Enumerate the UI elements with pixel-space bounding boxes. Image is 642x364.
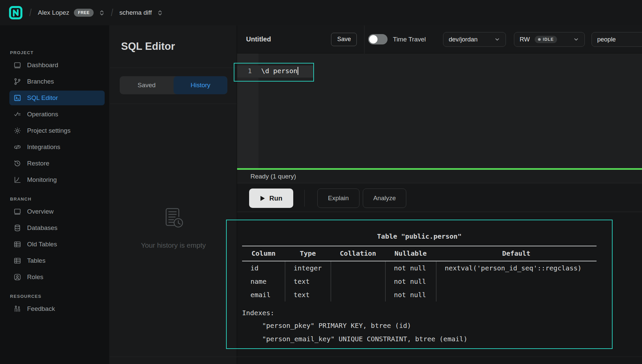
sidebar-item-label: Dashboard bbox=[27, 62, 58, 69]
overview-icon bbox=[13, 208, 21, 216]
sidebar-item-branches[interactable]: Branches bbox=[9, 74, 105, 89]
divider bbox=[364, 25, 364, 53]
database-icon bbox=[13, 224, 21, 232]
explain-button[interactable]: Explain bbox=[317, 189, 359, 208]
sidebar-item-label: SQL Editor bbox=[27, 94, 58, 102]
org-switcher-chevrons-icon[interactable] bbox=[99, 10, 105, 16]
org-breadcrumb[interactable]: Alex Lopez bbox=[38, 9, 69, 16]
sidebar-item-sql-editor[interactable]: SQL Editor bbox=[9, 91, 105, 105]
indexes-label: Indexes: bbox=[242, 307, 597, 319]
sidebar-item-label: Old Tables bbox=[27, 241, 57, 248]
code-editor[interactable]: 1 \d person bbox=[237, 53, 642, 168]
query-results-output: Table "public.person" Column Type Collat… bbox=[242, 232, 597, 346]
sidebar-item-label: Branches bbox=[27, 78, 54, 85]
sidebar-section-resources: RESOURCES bbox=[10, 294, 109, 299]
sidebar-item-roles[interactable]: Roles bbox=[9, 270, 105, 284]
index-line: "person_pkey" PRIMARY KEY, btree (id) bbox=[242, 319, 597, 332]
table-row: id integer not null nextval('person_id_s… bbox=[242, 261, 597, 275]
page-title: SQL Editor bbox=[121, 40, 175, 52]
tab-history[interactable]: History bbox=[174, 76, 227, 94]
chevron-down-icon bbox=[494, 36, 500, 42]
dashboard-icon bbox=[13, 61, 21, 69]
table-cell: not null bbox=[385, 275, 436, 288]
code-line[interactable]: \d person bbox=[261, 67, 298, 75]
compute-selector[interactable]: RW IDLE bbox=[514, 32, 585, 47]
sidebar-item-overview[interactable]: Overview bbox=[9, 204, 105, 219]
sidebar-item-dashboard[interactable]: Dashboard bbox=[9, 58, 105, 73]
results-header-row: Column Type Collation Nullable Default bbox=[242, 246, 597, 261]
chevron-down-icon bbox=[573, 36, 579, 42]
sidebar-item-feedback[interactable]: Feedback bbox=[9, 301, 105, 316]
time-travel-toggle[interactable] bbox=[368, 34, 388, 44]
operations-icon bbox=[13, 110, 21, 118]
status-dot-icon bbox=[538, 38, 541, 41]
branch-selector-value: dev/jordan bbox=[449, 36, 477, 43]
sidebar-item-label: Roles bbox=[27, 273, 43, 281]
actions-bar: Run Explain Analyze bbox=[237, 184, 642, 212]
history-empty-text: Your history is empty bbox=[110, 241, 237, 249]
table-cell: nextval('person_id_seq'::regclass) bbox=[436, 261, 597, 275]
tab-saved[interactable]: Saved bbox=[120, 76, 174, 94]
run-button[interactable]: Run bbox=[249, 189, 293, 208]
divider bbox=[304, 190, 305, 207]
divider bbox=[110, 104, 237, 104]
query-tab-title: Untitled bbox=[246, 35, 271, 43]
sidebar-item-monitoring[interactable]: Monitoring bbox=[9, 172, 105, 187]
panel-header: SQL Editor bbox=[110, 25, 237, 68]
sidebar-item-label: Restore bbox=[27, 160, 49, 167]
column-header: Nullable bbox=[385, 246, 436, 261]
table-cell bbox=[436, 288, 597, 301]
status-bar: Ready (1 query) bbox=[237, 170, 642, 183]
index-line: "person_email_key" UNIQUE CONSTRAINT, bt… bbox=[242, 332, 597, 346]
project-switcher-chevrons-icon[interactable] bbox=[157, 10, 163, 16]
plan-badge: FREE bbox=[74, 9, 93, 17]
sidebar-item-operations[interactable]: Operations bbox=[9, 107, 105, 122]
neon-logo-icon[interactable] bbox=[8, 5, 23, 20]
sidebar-item-label: Databases bbox=[27, 224, 58, 232]
save-button[interactable]: Save bbox=[331, 33, 357, 46]
table-cell bbox=[436, 275, 597, 288]
sidebar: PROJECT Dashboard Branches SQL Editor Op… bbox=[0, 25, 110, 364]
sidebar-item-tables[interactable]: Tables bbox=[9, 253, 105, 268]
settings-gear-icon bbox=[13, 127, 21, 135]
sidebar-item-databases[interactable]: Databases bbox=[9, 221, 105, 235]
sidebar-item-integrations[interactable]: Integrations bbox=[9, 140, 105, 154]
table-row: name text not null bbox=[242, 275, 597, 288]
database-selector[interactable]: people bbox=[592, 32, 642, 47]
run-button-label: Run bbox=[270, 195, 283, 202]
sidebar-section-branch: BRANCH bbox=[10, 197, 109, 202]
toggle-knob bbox=[369, 35, 378, 43]
sidebar-item-label: Feedback bbox=[27, 305, 55, 313]
analyze-button[interactable]: Analyze bbox=[363, 189, 406, 208]
sidebar-item-label: Integrations bbox=[27, 143, 60, 151]
sidebar-item-label: Operations bbox=[27, 111, 58, 118]
editor-header: Untitled Save Time Travel dev/jordan RW … bbox=[237, 25, 642, 53]
sidebar-item-label: Overview bbox=[27, 208, 54, 215]
compute-mode: RW bbox=[520, 36, 530, 43]
history-empty-state: Your history is empty bbox=[110, 206, 237, 249]
column-header: Column bbox=[242, 246, 285, 261]
table-row: email text not null bbox=[242, 288, 597, 301]
divider bbox=[110, 357, 642, 357]
column-header: Default bbox=[436, 246, 597, 261]
app-window: / Alex Lopez FREE / schema diff PROJECT … bbox=[0, 0, 642, 364]
restore-clock-icon bbox=[13, 159, 21, 167]
sidebar-item-project-settings[interactable]: Project settings bbox=[9, 123, 105, 138]
line-number: 1 bbox=[237, 67, 252, 75]
monitoring-chart-icon bbox=[13, 176, 21, 184]
project-breadcrumb[interactable]: schema diff bbox=[119, 9, 152, 16]
text-cursor bbox=[298, 67, 298, 75]
branch-selector[interactable]: dev/jordan bbox=[443, 32, 506, 47]
integrations-icon bbox=[13, 143, 21, 151]
indexes-section: Indexes: "person_pkey" PRIMARY KEY, btre… bbox=[242, 307, 597, 346]
table-cell: text bbox=[285, 275, 331, 288]
sidebar-item-restore[interactable]: Restore bbox=[9, 156, 105, 171]
compute-status-badge: IDLE bbox=[535, 36, 557, 43]
table-cell: not null bbox=[385, 288, 436, 301]
sidebar-item-label: Monitoring bbox=[27, 176, 57, 184]
sidebar-section-project: PROJECT bbox=[10, 50, 109, 55]
sidebar-item-old-tables[interactable]: Old Tables bbox=[9, 237, 105, 252]
sql-editor-panel: SQL Editor Saved History Your history is… bbox=[110, 25, 237, 364]
table-icon bbox=[13, 257, 21, 265]
top-bar: / Alex Lopez FREE / schema diff bbox=[0, 0, 642, 25]
